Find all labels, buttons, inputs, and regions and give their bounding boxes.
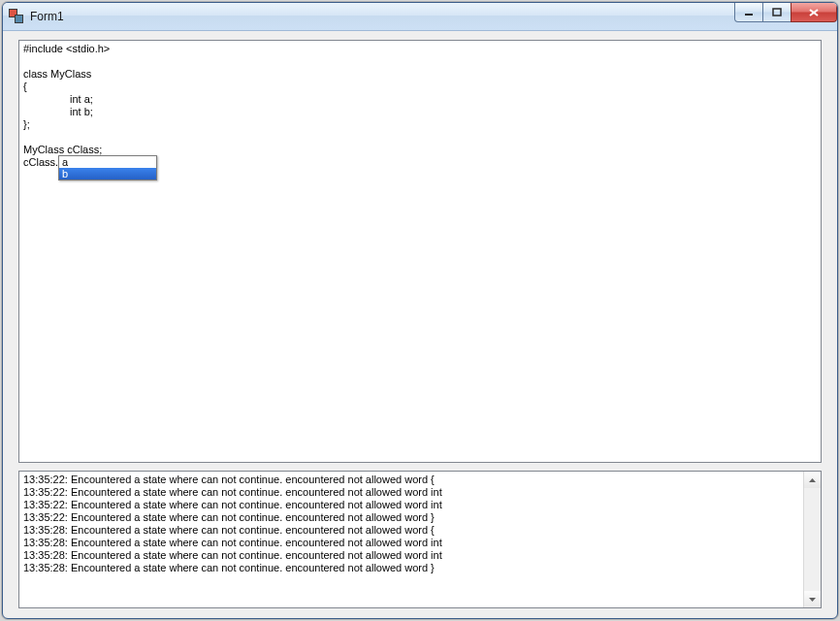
svg-marker-5	[809, 598, 816, 602]
log-line: 13:35:22: Encountered a state where can …	[23, 474, 803, 486]
window-title: Form1	[30, 3, 64, 30]
minimize-button[interactable]	[734, 3, 763, 22]
log-line: 13:35:22: Encountered a state where can …	[23, 486, 803, 499]
code-line	[23, 55, 817, 68]
autocomplete-popup[interactable]: ab	[58, 155, 157, 180]
log-content[interactable]: 13:35:22: Encountered a state where can …	[23, 474, 803, 605]
log-line: 13:35:22: Encountered a state where can …	[23, 499, 803, 511]
log-line: 13:35:22: Encountered a state where can …	[23, 511, 803, 524]
log-line: 13:35:28: Encountered a state where can …	[23, 524, 803, 537]
close-button[interactable]	[791, 3, 837, 22]
code-line: };	[23, 118, 817, 131]
log-line: 13:35:28: Encountered a state where can …	[23, 537, 803, 549]
autocomplete-item[interactable]: a	[59, 156, 156, 168]
scroll-down-button[interactable]	[804, 591, 821, 607]
code-line: class MyClass	[23, 68, 817, 81]
client-area: #include <stdio.h>class MyClass{int a;in…	[9, 36, 831, 612]
log-panel: 13:35:22: Encountered a state where can …	[18, 471, 822, 608]
code-line: int a;	[23, 93, 817, 106]
log-line: 13:35:28: Encountered a state where can …	[23, 549, 803, 562]
window-controls	[735, 3, 837, 22]
app-window: Form1 #include <stdio.h>class MyClass{in…	[2, 2, 838, 619]
log-line: 13:35:28: Encountered a state where can …	[23, 562, 803, 574]
svg-marker-4	[809, 478, 816, 482]
svg-rect-0	[745, 14, 753, 16]
code-line: #include <stdio.h>	[23, 43, 817, 55]
code-editor[interactable]: #include <stdio.h>class MyClass{int a;in…	[18, 40, 822, 463]
code-line	[23, 131, 817, 144]
titlebar[interactable]: Form1	[3, 3, 837, 31]
svg-rect-1	[773, 9, 781, 16]
autocomplete-item[interactable]: b	[59, 168, 156, 180]
maximize-button[interactable]	[762, 3, 792, 22]
app-icon	[9, 9, 24, 24]
code-line: int b;	[23, 106, 817, 118]
log-scrollbar[interactable]	[803, 472, 821, 607]
scroll-up-button[interactable]	[804, 472, 821, 488]
code-line: {	[23, 81, 817, 93]
